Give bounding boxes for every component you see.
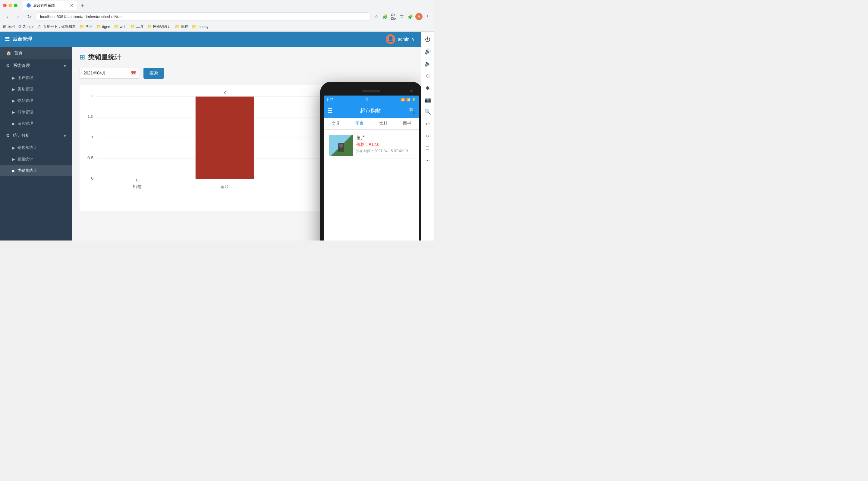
camera-tool-btn[interactable]: 📷 (422, 94, 433, 105)
sidebar-item-system[interactable]: ⚙ 系统管理 ∨ (0, 59, 72, 72)
toolbar-right: ☆ 🧩 GitZip ▽ 🧩 A ⋮ (373, 13, 431, 20)
phone-tab-drinks[interactable]: 饮料 (371, 118, 395, 129)
sidebar-item-sales[interactable]: ▶ 销售额统计 (0, 142, 72, 153)
bookmark-label: web (120, 25, 127, 29)
bookmarks-bar: ⊞ 应用 G Google 百 百度一下，你就知道 📁 学习 📁 dgee 📁 … (0, 22, 434, 31)
filter-icon[interactable]: ▽ (398, 13, 405, 20)
date-input[interactable]: 2021年04月 📅 (80, 68, 140, 79)
sidebar-item-messages[interactable]: ▶ 留言管理 (0, 118, 72, 129)
extension-icon[interactable]: 🧩 (381, 13, 388, 20)
phone-tab-stationery[interactable]: 文具 (324, 118, 347, 129)
url-text: localhost:8081/saleboot/admin/statistics… (40, 14, 123, 19)
browser-titlebar: 后台管理系统 ✕ + (0, 0, 434, 11)
bookmark-dgee[interactable]: 📁 dgee (96, 24, 110, 29)
phone-tab-snacks[interactable]: 零食 (347, 118, 371, 129)
content-header: 👤 admin ∨ (72, 32, 421, 47)
sidebar-item-categories[interactable]: ▶ 类别管理 (0, 84, 72, 95)
reload-button[interactable]: ↻ (25, 12, 33, 21)
tab-close-btn[interactable]: ✕ (70, 3, 73, 8)
arrow-icon: ▶ (12, 146, 15, 150)
bookmark-web[interactable]: 📁 web (114, 24, 127, 29)
svg-rect-13 (195, 96, 254, 179)
settings-gear-icon: ⚙ (366, 98, 369, 102)
svg-text:薯片: 薯片 (220, 185, 229, 189)
phone-camera (410, 90, 413, 93)
sidebar-messages-label: 留言管理 (18, 121, 33, 126)
undo-tool-btn[interactable]: ↩ (422, 119, 433, 129)
gitzip-icon[interactable]: GitZip (390, 13, 397, 20)
stats-icon: ⚙ (6, 133, 10, 138)
window-min-btn[interactable] (8, 4, 12, 7)
sidebar-categories-label: 类别管理 (18, 87, 33, 92)
tab-favicon (27, 3, 31, 7)
signal-icon: 📶 (406, 98, 410, 102)
bookmark-baidu[interactable]: 百 百度一下，你就知道 (38, 24, 76, 30)
sidebar-item-home[interactable]: 🏠 首页 (0, 47, 72, 59)
phone-speaker (362, 90, 380, 92)
google-icon: G (19, 24, 22, 29)
bookmark-apps[interactable]: ⊞ 应用 (3, 24, 15, 29)
sidebar-item-orders[interactable]: ▶ 订单管理 (0, 106, 72, 118)
sidebar-orders-label: 订单管理 (18, 109, 33, 115)
new-tab-button[interactable]: + (79, 1, 87, 10)
phone-status-bar: 9:47 ⚙ 📶 📶 🔋 (324, 96, 419, 103)
menu-btn[interactable]: ⋮ (424, 13, 431, 20)
search-button[interactable]: 搜索 (144, 68, 164, 79)
product-item[interactable]: 薯片 价格：¥12.0 添加时间：2021-04-15 07:42:19 (327, 133, 416, 159)
sidebar-item-volume[interactable]: ▶ 销量统计 (0, 153, 72, 165)
eraser-tool-btn[interactable]: ◇ (422, 70, 433, 81)
bookmark-study[interactable]: 📁 学习 (79, 24, 93, 29)
sidebar-sales-label: 销售额统计 (18, 145, 37, 150)
sidebar-products-label: 物品管理 (18, 98, 33, 103)
arrow-icon: ▶ (12, 168, 15, 173)
back-button[interactable]: ‹ (3, 12, 11, 21)
sidebar-item-statistics[interactable]: ⚙ 统计分析 ∨ (0, 129, 72, 142)
bookmark-label: 学习 (85, 24, 93, 29)
window-max-btn[interactable] (14, 4, 18, 7)
user-avatar[interactable]: A (415, 13, 423, 20)
bookmark-star-icon[interactable]: ☆ (373, 13, 380, 20)
square-tool-btn[interactable]: □ (422, 142, 433, 153)
phone-frame: 9:47 ⚙ 📶 📶 🔋 ☰ 超 (320, 82, 421, 241)
sidebar-item-category-sales[interactable]: ▶ 类销量统计 (0, 165, 72, 176)
admin-info[interactable]: 👤 admin ∨ (386, 34, 415, 44)
product-thumbnail (329, 135, 353, 156)
phone-screen: 9:47 ⚙ 📶 📶 🔋 ☰ 超 (324, 96, 419, 241)
arrow-icon: ▶ (12, 122, 15, 126)
bookmark-money[interactable]: 📁 money (192, 24, 209, 29)
zoom-tool-btn[interactable]: 🔍 (422, 106, 433, 117)
bookmark-coding[interactable]: 📁 编程 (175, 24, 188, 29)
extensions-btn[interactable]: 🧩 (407, 13, 413, 20)
main-content: 👤 admin ∨ ⊞ 类销量统计 2021年04月 📅 搜索 (72, 32, 421, 241)
forward-button[interactable]: › (14, 12, 22, 21)
svg-text:2: 2 (91, 94, 93, 98)
arrow-icon: ▶ (12, 99, 15, 103)
address-bar[interactable]: localhost:8081/saleboot/admin/statistics… (36, 12, 371, 21)
window-close-btn[interactable] (3, 4, 7, 7)
phone-tabs: 文具 零食 饮料 图书 (324, 118, 419, 130)
bookmark-tools[interactable]: 📁 工具 (130, 24, 144, 29)
bookmark-google[interactable]: G Google (19, 24, 34, 29)
volume-up-button[interactable]: 🔊 (422, 46, 433, 57)
browser-tab-active[interactable]: 后台管理系统 ✕ (23, 1, 77, 10)
circle-tool-btn[interactable]: ○ (422, 130, 433, 141)
search-row: 2021年04月 📅 搜索 (80, 68, 413, 79)
sidebar-stats-label: 统计分析 (13, 133, 30, 138)
bookmark-label: 应用 (7, 24, 15, 29)
folder-icon: 📁 (192, 24, 196, 29)
phone-tab-books[interactable]: 图书 (395, 118, 419, 129)
sidebar-item-users[interactable]: ▶ 用户管理 (0, 72, 72, 84)
diamond-tool-btn[interactable]: ◆ (422, 82, 433, 93)
sidebar-item-products[interactable]: ▶ 物品管理 (0, 95, 72, 106)
more-tools-btn[interactable]: ··· (422, 155, 433, 165)
bookmark-label: 编程 (181, 24, 188, 29)
page-title: 类销量统计 (88, 53, 121, 62)
bookmark-label: dgee (102, 25, 110, 29)
bookmark-label: 百度一下，你就知道 (43, 24, 76, 29)
power-button[interactable]: ⏻ (422, 34, 433, 45)
bookmark-ui[interactable]: 📁 网页UI设计 (147, 24, 171, 29)
volume-down-button[interactable]: 🔈 (422, 58, 433, 69)
search-icon[interactable]: 🔍 (409, 107, 415, 114)
hamburger-icon[interactable]: ☰ (5, 36, 10, 42)
apps-icon: ⊞ (3, 24, 6, 29)
